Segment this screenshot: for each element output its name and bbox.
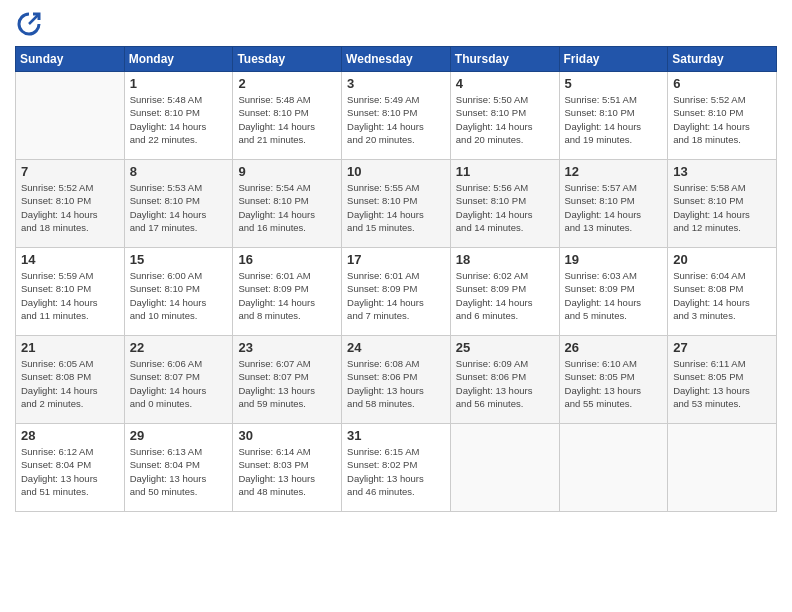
day-info: Sunrise: 6:12 AMSunset: 8:04 PMDaylight:… [21,445,119,498]
day-info-line: Daylight: 14 hours [21,296,119,309]
day-info: Sunrise: 6:10 AMSunset: 8:05 PMDaylight:… [565,357,663,410]
day-number: 30 [238,428,336,443]
day-number: 15 [130,252,228,267]
day-info-line: Daylight: 13 hours [347,384,445,397]
day-info: Sunrise: 6:04 AMSunset: 8:08 PMDaylight:… [673,269,771,322]
calendar-cell: 17Sunrise: 6:01 AMSunset: 8:09 PMDayligh… [342,248,451,336]
day-number: 23 [238,340,336,355]
day-number: 11 [456,164,554,179]
calendar-week-row: 14Sunrise: 5:59 AMSunset: 8:10 PMDayligh… [16,248,777,336]
day-info-line: Sunset: 8:10 PM [565,106,663,119]
calendar-cell: 15Sunrise: 6:00 AMSunset: 8:10 PMDayligh… [124,248,233,336]
day-number: 5 [565,76,663,91]
day-info: Sunrise: 5:56 AMSunset: 8:10 PMDaylight:… [456,181,554,234]
day-info-line: Sunrise: 6:09 AM [456,357,554,370]
day-info-line: Sunrise: 6:11 AM [673,357,771,370]
day-info-line: Sunrise: 5:48 AM [130,93,228,106]
weekday-header: Saturday [668,47,777,72]
day-info: Sunrise: 6:01 AMSunset: 8:09 PMDaylight:… [347,269,445,322]
day-number: 28 [21,428,119,443]
day-info-line: Sunrise: 6:10 AM [565,357,663,370]
day-info-line: Daylight: 14 hours [130,296,228,309]
calendar-cell: 11Sunrise: 5:56 AMSunset: 8:10 PMDayligh… [450,160,559,248]
day-info-line: Daylight: 13 hours [565,384,663,397]
header [15,10,777,38]
calendar-cell: 8Sunrise: 5:53 AMSunset: 8:10 PMDaylight… [124,160,233,248]
calendar-cell: 27Sunrise: 6:11 AMSunset: 8:05 PMDayligh… [668,336,777,424]
day-number: 8 [130,164,228,179]
calendar-cell: 1Sunrise: 5:48 AMSunset: 8:10 PMDaylight… [124,72,233,160]
calendar-header: SundayMondayTuesdayWednesdayThursdayFrid… [16,47,777,72]
day-info-line: Sunrise: 6:15 AM [347,445,445,458]
day-info-line: and 7 minutes. [347,309,445,322]
calendar-cell: 18Sunrise: 6:02 AMSunset: 8:09 PMDayligh… [450,248,559,336]
day-info: Sunrise: 6:09 AMSunset: 8:06 PMDaylight:… [456,357,554,410]
day-info-line: and 48 minutes. [238,485,336,498]
day-info-line: Daylight: 14 hours [238,120,336,133]
calendar-cell: 30Sunrise: 6:14 AMSunset: 8:03 PMDayligh… [233,424,342,512]
day-info: Sunrise: 5:52 AMSunset: 8:10 PMDaylight:… [673,93,771,146]
calendar-body: 1Sunrise: 5:48 AMSunset: 8:10 PMDaylight… [16,72,777,512]
day-info-line: Sunrise: 5:57 AM [565,181,663,194]
calendar-cell: 22Sunrise: 6:06 AMSunset: 8:07 PMDayligh… [124,336,233,424]
day-info-line: Sunset: 8:10 PM [21,282,119,295]
day-info: Sunrise: 5:58 AMSunset: 8:10 PMDaylight:… [673,181,771,234]
day-info-line: and 12 minutes. [673,221,771,234]
day-number: 13 [673,164,771,179]
day-info-line: and 6 minutes. [456,309,554,322]
day-number: 27 [673,340,771,355]
day-info-line: Sunset: 8:10 PM [130,194,228,207]
day-number: 6 [673,76,771,91]
day-info-line: Sunset: 8:08 PM [21,370,119,383]
day-info: Sunrise: 6:13 AMSunset: 8:04 PMDaylight:… [130,445,228,498]
weekday-header: Thursday [450,47,559,72]
calendar-week-row: 1Sunrise: 5:48 AMSunset: 8:10 PMDaylight… [16,72,777,160]
calendar-cell: 24Sunrise: 6:08 AMSunset: 8:06 PMDayligh… [342,336,451,424]
logo [15,10,47,38]
logo-icon [15,10,43,38]
day-info-line: Daylight: 13 hours [347,472,445,485]
day-info: Sunrise: 5:57 AMSunset: 8:10 PMDaylight:… [565,181,663,234]
day-number: 10 [347,164,445,179]
day-info: Sunrise: 5:48 AMSunset: 8:10 PMDaylight:… [238,93,336,146]
day-info-line: Sunset: 8:08 PM [673,282,771,295]
day-info: Sunrise: 5:52 AMSunset: 8:10 PMDaylight:… [21,181,119,234]
calendar-cell [559,424,668,512]
day-info-line: Sunrise: 5:51 AM [565,93,663,106]
day-info-line: Daylight: 14 hours [565,296,663,309]
day-info-line: Sunset: 8:07 PM [130,370,228,383]
day-info: Sunrise: 5:48 AMSunset: 8:10 PMDaylight:… [130,93,228,146]
day-info-line: Daylight: 14 hours [673,296,771,309]
day-info: Sunrise: 6:00 AMSunset: 8:10 PMDaylight:… [130,269,228,322]
day-info: Sunrise: 5:51 AMSunset: 8:10 PMDaylight:… [565,93,663,146]
day-number: 12 [565,164,663,179]
weekday-header: Monday [124,47,233,72]
calendar-week-row: 28Sunrise: 6:12 AMSunset: 8:04 PMDayligh… [16,424,777,512]
day-info-line: Sunset: 8:04 PM [130,458,228,471]
day-info-line: and 20 minutes. [347,133,445,146]
day-info: Sunrise: 5:49 AMSunset: 8:10 PMDaylight:… [347,93,445,146]
day-info-line: Sunrise: 5:48 AM [238,93,336,106]
day-info-line: Sunset: 8:10 PM [130,106,228,119]
day-info-line: Daylight: 14 hours [130,384,228,397]
day-info-line: Sunset: 8:10 PM [238,106,336,119]
day-info-line: and 50 minutes. [130,485,228,498]
day-info-line: and 55 minutes. [565,397,663,410]
day-info-line: Daylight: 14 hours [456,296,554,309]
weekday-header: Sunday [16,47,125,72]
calendar-cell [668,424,777,512]
day-info-line: Sunset: 8:10 PM [347,106,445,119]
day-info-line: Sunset: 8:10 PM [456,106,554,119]
day-info-line: and 18 minutes. [673,133,771,146]
day-info-line: Sunrise: 5:55 AM [347,181,445,194]
calendar-cell: 7Sunrise: 5:52 AMSunset: 8:10 PMDaylight… [16,160,125,248]
day-info-line: Sunrise: 5:59 AM [21,269,119,282]
day-info-line: Sunrise: 5:52 AM [673,93,771,106]
calendar-cell: 13Sunrise: 5:58 AMSunset: 8:10 PMDayligh… [668,160,777,248]
day-number: 20 [673,252,771,267]
day-info-line: Daylight: 14 hours [673,120,771,133]
day-number: 25 [456,340,554,355]
calendar-cell: 2Sunrise: 5:48 AMSunset: 8:10 PMDaylight… [233,72,342,160]
day-info-line: and 22 minutes. [130,133,228,146]
day-info-line: Sunset: 8:09 PM [238,282,336,295]
